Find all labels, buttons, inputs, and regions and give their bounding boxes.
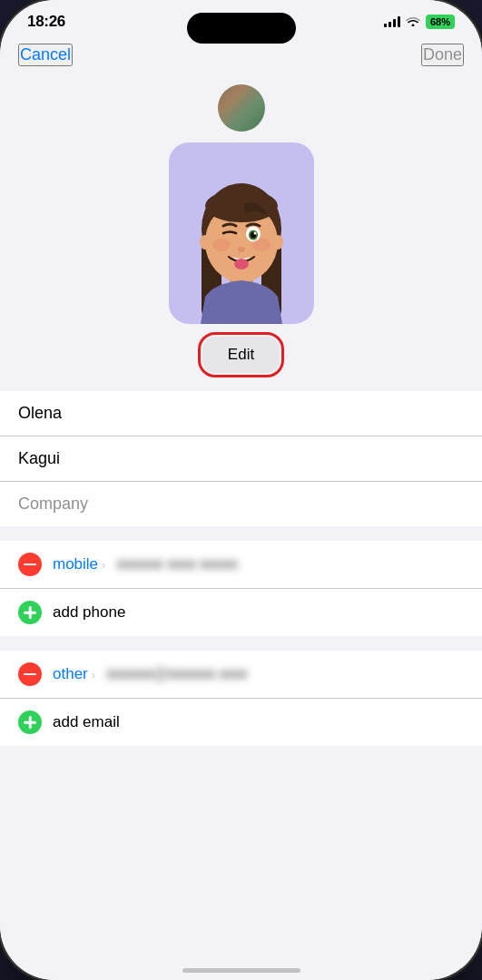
first-name-field (0, 391, 482, 436)
status-bar: 18:26 68% (0, 0, 482, 36)
svg-point-10 (212, 239, 231, 251)
home-indicator (0, 949, 482, 980)
home-bar (182, 968, 300, 973)
email-section: other › ●●●●●@●●●●●.●●● add email (0, 651, 482, 746)
add-phone-label[interactable]: add phone (53, 603, 125, 622)
phone-section: mobile › ●●●●● ●●●-●●●● add phone (0, 541, 482, 636)
svg-point-9 (253, 232, 256, 235)
signal-icon (384, 16, 400, 27)
section-divider-2 (0, 643, 482, 651)
remove-phone-button[interactable] (18, 553, 42, 576)
company-field (0, 482, 482, 526)
memoji-card (169, 142, 314, 324)
svg-point-11 (252, 239, 271, 251)
add-email-row: add email (0, 699, 482, 746)
avatar-photo (218, 84, 265, 132)
avatar-section: Edit (0, 75, 482, 391)
status-icons: 68% (384, 15, 455, 29)
status-time: 18:26 (27, 13, 65, 31)
add-phone-row: add phone (0, 589, 482, 636)
section-divider-1 (0, 534, 482, 541)
svg-point-12 (238, 247, 245, 252)
edit-button[interactable]: Edit (202, 337, 280, 373)
mobile-phone-row: mobile › ●●●●● ●●●-●●●● (0, 541, 482, 589)
wifi-icon (406, 15, 420, 29)
other-email-row: other › ●●●●●@●●●●●.●●● (0, 651, 482, 699)
add-phone-button[interactable] (18, 601, 42, 624)
company-input[interactable] (18, 495, 464, 514)
svg-point-5 (205, 190, 278, 222)
done-button[interactable]: Done (421, 44, 464, 66)
add-email-button[interactable] (18, 710, 42, 734)
email-label[interactable]: other (53, 665, 88, 683)
last-name-field (0, 436, 482, 482)
cancel-button[interactable]: Cancel (18, 44, 73, 66)
content-area: Edit mo (0, 75, 482, 949)
email-chevron-icon: › (92, 668, 95, 681)
plus-icon (24, 606, 36, 619)
phone-label[interactable]: mobile (53, 555, 98, 573)
form-section (0, 391, 482, 526)
last-name-input[interactable] (18, 449, 464, 468)
svg-point-14 (200, 235, 211, 250)
svg-point-15 (272, 235, 283, 250)
avatar[interactable] (218, 84, 265, 132)
phone-frame: 18:26 68% (0, 0, 482, 980)
memoji-figure (178, 152, 305, 324)
phone-chevron-icon: › (102, 558, 105, 572)
minus-icon (24, 564, 36, 566)
first-name-input[interactable] (18, 404, 464, 423)
phone-screen: 18:26 68% (0, 0, 482, 980)
email-value: ●●●●●@●●●●●.●●● (106, 665, 464, 683)
section-divider-3 (0, 753, 482, 789)
minus-email-icon (24, 673, 36, 676)
dynamic-island (187, 13, 296, 44)
svg-point-13 (234, 259, 249, 270)
phone-value: ●●●●● ●●●-●●●● (116, 555, 464, 573)
plus-email-icon (24, 716, 36, 729)
remove-email-button[interactable] (18, 662, 42, 686)
add-email-label[interactable]: add email (53, 713, 120, 731)
battery-indicator: 68% (426, 15, 455, 29)
